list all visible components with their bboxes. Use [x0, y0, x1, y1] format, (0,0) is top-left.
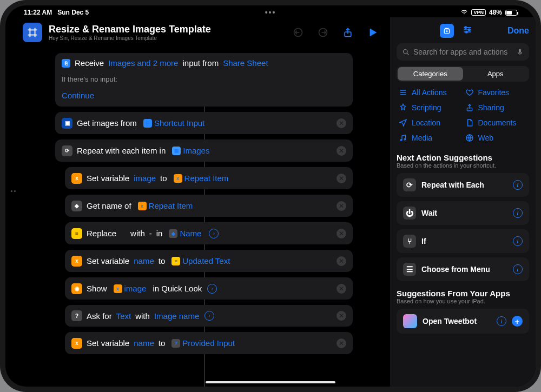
variable-updated-text[interactable]: Updated Text [182, 256, 230, 265]
svg-point-6 [469, 29, 470, 30]
action-label: Set variable [87, 338, 129, 348]
remove-action-button[interactable]: ✕ [337, 118, 346, 128]
shortcut-icon[interactable] [23, 23, 42, 42]
done-button[interactable]: Done [507, 26, 529, 36]
remove-action-button[interactable]: ✕ [337, 256, 346, 266]
status-bar: 11:22 AM Sun Dec 5 ••• VPN 48% [5, 5, 536, 17]
input-source[interactable]: Share Sheet [223, 58, 268, 68]
remove-action-button[interactable]: ✕ [337, 338, 346, 348]
shortcut-title[interactable]: Resize & Rename Images Template [49, 24, 286, 35]
expand-action-button[interactable]: › [207, 284, 217, 294]
redo-button[interactable] [317, 26, 329, 38]
action-set-var-name-2[interactable]: x Set variable name to ?Provided Input ✕ [65, 332, 353, 354]
battery-pct: 48% [489, 9, 502, 16]
info-button[interactable]: i [513, 236, 523, 246]
action-replace-text[interactable]: ≡ Replace with - in ◆Name › ✕ [65, 222, 353, 244]
suggestion-if[interactable]: ⑂ If i [397, 229, 529, 253]
input-types[interactable]: Images and 2 more [108, 58, 178, 68]
remove-action-button[interactable]: ✕ [337, 201, 346, 211]
category-media[interactable]: Media [399, 134, 461, 142]
action-set-var-image[interactable]: x Set variable image to xRepeat Item ✕ [65, 167, 353, 189]
ask-type[interactable]: Text [116, 311, 131, 321]
tab-apps[interactable]: Apps [463, 67, 529, 81]
magic-var-icon: ≡ [171, 257, 180, 265]
variable-image[interactable]: image [124, 284, 147, 293]
undo-button[interactable] [292, 26, 304, 38]
wait-icon: ⏻ [403, 207, 416, 220]
info-button[interactable]: i [513, 208, 523, 218]
remove-action-button[interactable]: ✕ [337, 311, 346, 321]
info-button[interactable]: i [497, 316, 506, 326]
magic-var-icon: x [138, 202, 147, 210]
svg-point-11 [400, 139, 402, 141]
expand-action-button[interactable]: › [209, 229, 219, 238]
var-name[interactable]: name [134, 338, 154, 348]
no-input-action[interactable]: Continue [62, 91, 94, 100]
mic-icon[interactable] [516, 48, 524, 56]
variable-name[interactable]: Name [180, 229, 201, 238]
variable-icon: x [71, 338, 82, 349]
var-name[interactable]: name [134, 256, 154, 265]
magic-var-icon: ◆ [169, 229, 177, 238]
library-tabs[interactable]: Categories Apps [397, 66, 529, 82]
action-label: Get images from [77, 118, 137, 128]
action-get-name[interactable]: ◆ Get name of xRepeat Item ✕ [65, 195, 353, 217]
category-web[interactable]: Web [465, 134, 527, 142]
category-location[interactable]: Location [399, 118, 461, 127]
action-label: Ask for [87, 311, 112, 321]
action-set-var-name[interactable]: x Set variable name to ≡Updated Text ✕ [65, 250, 353, 272]
shortcut-header: Resize & Rename Images Template Hey Siri… [23, 19, 385, 45]
share-button[interactable] [342, 26, 354, 38]
remove-action-button[interactable]: ✕ [337, 284, 346, 294]
app-suggestions-subtitle: Based on how you use your iPad. [397, 298, 529, 309]
replace-value[interactable]: - [149, 229, 152, 238]
var-name[interactable]: image [134, 174, 156, 183]
suggestion-open-tweetbot[interactable]: Open Tweetbot i + [397, 309, 529, 334]
actions-canvas[interactable]: ⎘ Receive Images and 2 more input from S… [23, 45, 385, 387]
add-action-button[interactable] [440, 24, 454, 38]
suggestion-repeat-each[interactable]: ⟳ Repeat with Each i [397, 173, 529, 197]
category-all-actions[interactable]: All Actions [399, 88, 461, 97]
ask-prompt[interactable]: Image name [154, 311, 199, 321]
run-button[interactable] [367, 26, 379, 38]
home-indicator[interactable] [206, 381, 335, 383]
remove-action-button[interactable]: ✕ [337, 146, 346, 156]
search-icon [402, 48, 410, 56]
search-input[interactable]: Search for apps and actions [397, 43, 529, 61]
multitask-dots[interactable] [11, 190, 16, 192]
receive-label: Receive [75, 58, 104, 68]
app-suggestions-title: Suggestions From Your Apps [397, 285, 529, 298]
action-get-images[interactable]: ▣ Get images from ⎘Shortcut Input ✕ [55, 112, 353, 134]
remove-action-button[interactable]: ✕ [337, 229, 346, 238]
expand-action-button[interactable]: › [204, 311, 214, 321]
text-icon: ≡ [71, 228, 82, 239]
input-settings-card[interactable]: ⎘ Receive Images and 2 more input from S… [55, 53, 353, 107]
menu-icon: ☰ [403, 263, 416, 276]
repeat-icon: ⟳ [403, 178, 416, 191]
category-documents[interactable]: Documents [465, 118, 527, 127]
svg-rect-0 [30, 30, 35, 35]
remove-action-button[interactable]: ✕ [337, 174, 346, 183]
action-repeat[interactable]: ⟳ Repeat with each item in ▣Images ✕ [55, 139, 353, 162]
screen: 11:22 AM Sun Dec 5 ••• VPN 48% Resize & … [5, 5, 536, 387]
info-button[interactable]: i [513, 180, 523, 190]
suggestion-choose-menu[interactable]: ☰ Choose from Menu i [397, 257, 529, 281]
variable-images[interactable]: Images [183, 146, 209, 155]
settings-button[interactable] [461, 24, 473, 36]
variable-repeat-item[interactable]: Repeat Item [184, 174, 229, 183]
suggestion-wait[interactable]: ⏻ Wait i [397, 201, 529, 225]
action-ask-input[interactable]: ? Ask for Text with Image name › ✕ [65, 305, 353, 327]
multitask-indicator[interactable]: ••• [265, 8, 276, 17]
variable-provided-input[interactable]: Provided Input [182, 338, 235, 348]
action-quick-look[interactable]: ◉ Show ximage in Quick Look › ✕ [65, 277, 353, 300]
category-sharing[interactable]: Sharing [465, 103, 527, 112]
tab-categories[interactable]: Categories [398, 67, 463, 81]
add-suggestion-button[interactable]: + [512, 316, 523, 327]
info-button[interactable]: i [513, 264, 523, 274]
category-favorites[interactable]: Favorites [465, 88, 527, 97]
action-label: Repeat with each item in [77, 146, 166, 155]
in-label: in [156, 229, 163, 238]
variable-repeat-item[interactable]: Repeat Item [149, 201, 193, 210]
category-scripting[interactable]: Scripting [399, 103, 461, 112]
variable-shortcut-input[interactable]: Shortcut Input [154, 118, 204, 128]
